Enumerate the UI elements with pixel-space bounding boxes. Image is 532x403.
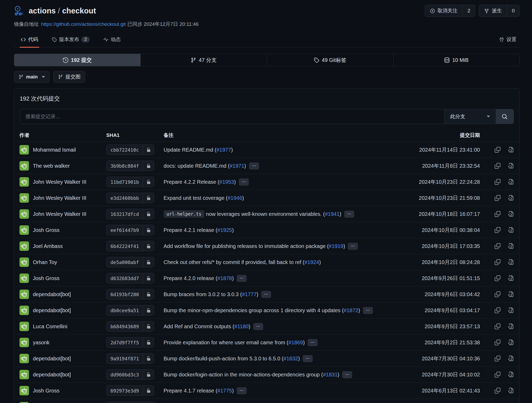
expand-commit-button[interactable] [237, 387, 247, 394]
commit-message-link[interactable]: Prepare 4.2.0 release ( [164, 275, 217, 281]
watchers-count[interactable]: 2 [463, 5, 475, 17]
commit-message-link[interactable]: Prepare 4.2.1 release ( [164, 227, 217, 233]
pr-link[interactable]: #1971 [230, 163, 244, 169]
tab-activity[interactable]: 动态 [102, 33, 122, 48]
commit-sha-button[interactable]: eef61447b9 [106, 225, 154, 235]
commit-message-link[interactable]: Bump docker/build-push-action from 5.3.0… [164, 356, 283, 362]
commit-sha-button[interactable]: 6d193bf280 [106, 289, 154, 300]
fork-button[interactable]: 派生 0 [479, 5, 520, 17]
browse-source-button[interactable] [508, 291, 513, 297]
commit-sha-button[interactable]: b684943689 [106, 321, 154, 332]
browse-source-button[interactable] [508, 340, 513, 345]
expand-commit-button[interactable] [342, 371, 352, 378]
copy-sha-button[interactable] [495, 324, 500, 329]
copy-sha-button[interactable] [495, 163, 500, 169]
pr-link[interactable]: #1872 [344, 307, 358, 314]
commit-message-link[interactable]: Prepare 4.1.7 release ( [164, 388, 217, 394]
commit-sha-button[interactable]: d632683dd7 [106, 273, 154, 283]
tab-settings[interactable]: 设置 [498, 33, 518, 48]
commit-sha-button[interactable]: 2d7d9f7ff5 [106, 337, 154, 348]
expand-commit-button[interactable] [253, 323, 263, 330]
unwatch-button[interactable]: 取消关注 2 [425, 5, 475, 17]
stat-tags[interactable]: 49 Git标签 [267, 54, 393, 66]
commit-sha-button[interactable]: 6ccd57f4c5 [106, 401, 154, 403]
avatar[interactable] [19, 370, 29, 379]
commit-graph-button[interactable]: 提交图 [53, 71, 85, 83]
commit-sha-button[interactable]: cbb722410c [106, 145, 154, 155]
commit-message-link[interactable]: Bump docker/login-action in the minor-ac… [164, 372, 323, 378]
expand-commit-button[interactable] [261, 291, 271, 298]
pr-link[interactable]: #1977 [216, 147, 231, 153]
commit-sha-button[interactable]: de5a000abf [106, 257, 154, 267]
forks-count[interactable]: 0 [507, 5, 519, 17]
pr-link[interactable]: #1180 [234, 324, 249, 330]
pr-link[interactable]: #1946 [227, 195, 242, 201]
avatar[interactable] [19, 161, 29, 171]
tab-code[interactable]: 代码 [20, 33, 39, 48]
tab-releases[interactable]: 版本发布 2 [51, 33, 91, 48]
browse-source-button[interactable] [508, 195, 513, 201]
search-button[interactable] [496, 109, 514, 124]
commit-message-link[interactable]: Add workflow file for publishing release… [164, 243, 329, 249]
avatar[interactable] [19, 402, 29, 403]
branch-filter-select[interactable]: 此分支 [444, 109, 496, 124]
expand-commit-button[interactable] [363, 307, 373, 314]
branch-selector[interactable]: main [14, 71, 50, 83]
commit-sha-button[interactable]: 3b9b8c884f [106, 161, 154, 171]
avatar[interactable] [19, 306, 29, 315]
copy-sha-button[interactable] [495, 211, 500, 217]
copy-sha-button[interactable] [495, 356, 500, 361]
commit-message-link[interactable]: Provide explanation for where user email… [164, 340, 288, 346]
avatar[interactable] [19, 241, 29, 251]
expand-commit-button[interactable] [303, 355, 313, 362]
pr-link[interactable]: #1924 [305, 259, 319, 265]
commit-sha-button[interactable]: 9a9194f871 [106, 353, 154, 364]
avatar[interactable] [19, 386, 29, 395]
commit-message-link[interactable]: Check out other refs/* by commit if prov… [164, 259, 305, 265]
commit-message-link[interactable]: Prepare 4.2.2 Release ( [164, 179, 219, 185]
copy-sha-button[interactable] [495, 147, 500, 153]
expand-commit-button[interactable] [308, 339, 318, 346]
commit-sha-button[interactable]: db0cee9a51 [106, 305, 154, 316]
avatar[interactable] [19, 193, 29, 203]
browse-source-button[interactable] [508, 163, 513, 169]
commit-message-link[interactable]: now leverages well-known environment var… [206, 211, 325, 217]
pr-link[interactable]: #1878 [217, 275, 232, 281]
copy-sha-button[interactable] [495, 275, 500, 281]
avatar[interactable] [19, 209, 29, 219]
avatar[interactable] [19, 177, 29, 187]
copy-sha-button[interactable] [495, 195, 500, 201]
browse-source-button[interactable] [508, 259, 513, 265]
commit-sha-button[interactable]: 163217dfcd [106, 209, 154, 219]
search-input[interactable] [20, 109, 444, 124]
commit-message-link[interactable]: docs: update README.md ( [164, 163, 230, 169]
expand-commit-button[interactable] [239, 178, 249, 186]
expand-commit-button[interactable] [344, 211, 354, 218]
avatar[interactable] [19, 290, 29, 299]
commit-message-link[interactable]: Bump braces from 3.0.2 to 3.0.3 ( [164, 291, 242, 297]
browse-source-button[interactable] [508, 147, 513, 153]
pr-link[interactable]: #1869 [288, 340, 303, 346]
avatar[interactable] [19, 354, 29, 363]
avatar[interactable] [19, 145, 29, 155]
pr-link[interactable]: #1832 [283, 356, 298, 362]
commit-sha-button[interactable]: 692973e3d9 [106, 385, 154, 396]
commit-sha-button[interactable]: e3d2460bbb [106, 193, 154, 203]
browse-source-button[interactable] [508, 324, 513, 329]
avatar[interactable] [19, 273, 29, 283]
pr-link[interactable]: #1925 [217, 227, 232, 233]
browse-source-button[interactable] [508, 275, 513, 281]
commit-sha-button[interactable]: 11bd71901b [106, 177, 154, 187]
browse-source-button[interactable] [508, 372, 513, 377]
repo-name-link[interactable]: checkout [62, 7, 96, 15]
pr-link[interactable]: #1775 [217, 388, 232, 394]
commit-message-link[interactable]: Update README.md ( [164, 147, 216, 153]
browse-source-button[interactable] [508, 211, 513, 217]
stat-size[interactable]: 10 MiB [393, 54, 520, 66]
mirror-url-link[interactable]: https://github.com/actions/checkout.git [41, 21, 126, 27]
expand-commit-button[interactable] [348, 243, 358, 250]
commit-message-link[interactable]: Add Ref and Commit outputs ( [164, 324, 234, 330]
copy-sha-button[interactable] [495, 340, 500, 345]
browse-source-button[interactable] [508, 307, 513, 313]
browse-source-button[interactable] [508, 243, 513, 249]
